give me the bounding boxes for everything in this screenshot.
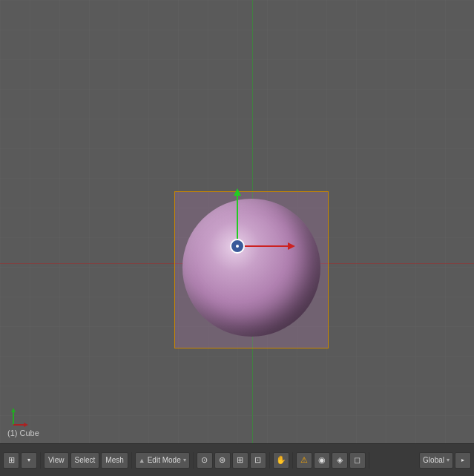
- separator-3: [193, 452, 194, 469]
- separator-4: [269, 452, 270, 469]
- square-icon: ◻: [354, 455, 361, 465]
- warning-btn[interactable]: ⚠: [296, 452, 312, 469]
- separator-1: [40, 452, 41, 469]
- axis-indicator: [6, 406, 28, 430]
- global-dropdown[interactable]: Global ▾: [419, 452, 453, 469]
- view-label: View: [48, 456, 65, 464]
- transform-btn[interactable]: ✋: [273, 452, 289, 469]
- sphere-object: [182, 199, 322, 338]
- proportional-edit-btn[interactable]: ⊛: [214, 452, 231, 469]
- view-menu-btn[interactable]: View: [44, 452, 69, 469]
- global-chevron-icon: ▾: [447, 457, 450, 463]
- snap2-btn[interactable]: ⊡: [250, 452, 266, 469]
- transform-icon: ✋: [276, 455, 286, 465]
- square-btn[interactable]: ◻: [349, 452, 366, 469]
- bottom-toolbar: ⊞ ▾ View Select Mesh ▲ Edit Mode ▾ ⊙ ⊛ ⊞…: [0, 443, 474, 476]
- separator-6: [369, 452, 369, 469]
- svg-marker-2: [11, 408, 16, 412]
- chevron-down-icon: ▾: [27, 457, 30, 463]
- svg-marker-4: [24, 423, 28, 427]
- sphere-mesh: [182, 199, 320, 337]
- select-label: Select: [75, 456, 96, 464]
- edit-mode-label: Edit Mode: [148, 456, 181, 464]
- warning-icon: ⚠: [300, 455, 308, 465]
- object-label: (1) Cube: [7, 429, 39, 437]
- circle-icon: ◉: [318, 455, 326, 465]
- snap-icon: ⊞: [237, 455, 243, 465]
- circle2-icon: ◈: [337, 455, 343, 465]
- shading-icon: ⊙: [201, 455, 208, 465]
- separator-5: [292, 452, 293, 469]
- mode-chevron-icon: ▾: [183, 457, 186, 463]
- edit-mode-dropdown[interactable]: ▲ Edit Mode ▾: [135, 452, 190, 469]
- edit-mode-icon: ▲: [139, 457, 145, 464]
- snap2-icon: ⊡: [254, 455, 261, 465]
- gizmo-x-axis[interactable]: [241, 245, 289, 247]
- proportional-icon: ⊛: [219, 455, 226, 465]
- snap-btn[interactable]: ⊞: [232, 452, 248, 469]
- mesh-label: Mesh: [105, 456, 123, 464]
- grid-icon: ⊞: [8, 455, 15, 465]
- next-icon: ▸: [461, 457, 464, 463]
- circle-btn[interactable]: ◉: [314, 452, 330, 469]
- gizmo-center[interactable]: [230, 239, 245, 254]
- viewport-shading-btn[interactable]: ⊙: [197, 452, 213, 469]
- grid-icon-btn[interactable]: ⊞: [3, 452, 19, 469]
- select-menu-btn[interactable]: Select: [70, 452, 100, 469]
- mesh-menu-btn[interactable]: Mesh: [101, 452, 128, 469]
- gizmo-y-axis[interactable]: [237, 194, 238, 242]
- 3d-viewport[interactable]: (1) Cube: [0, 0, 474, 443]
- object-name-text: (1) Cube: [7, 429, 39, 437]
- global-next-btn[interactable]: ▸: [455, 452, 471, 469]
- mode-dropdown-btn[interactable]: ▾: [21, 452, 37, 469]
- circle2-btn[interactable]: ◈: [332, 452, 348, 469]
- global-label: Global: [423, 456, 444, 464]
- separator-2: [131, 452, 132, 469]
